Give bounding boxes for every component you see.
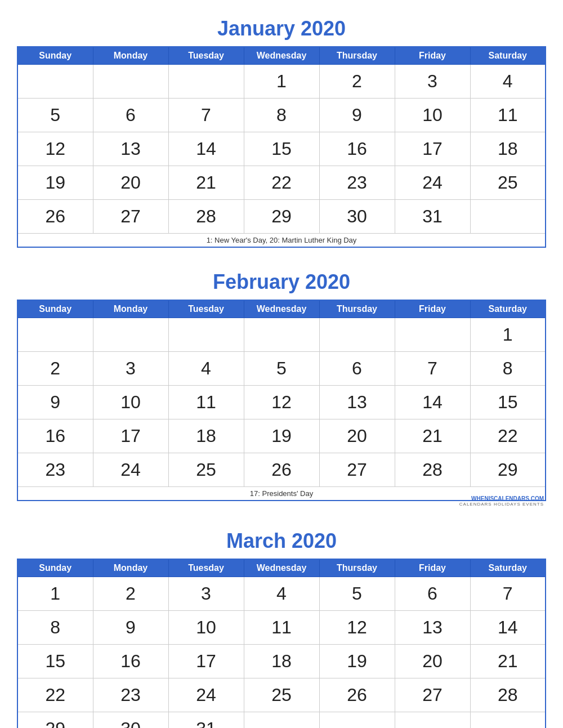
february-day-cell: 18 (168, 419, 244, 453)
february-day-cell (17, 318, 93, 352)
march-day-cell: 30 (93, 712, 168, 729)
january-header-saturday: Saturday (470, 47, 546, 65)
march-header-monday: Monday (93, 559, 168, 577)
february-day-cell: 22 (470, 419, 546, 453)
january-day-cell: 2 (319, 65, 395, 99)
march-day-cell: 22 (17, 678, 93, 712)
january-day-cell: 5 (17, 99, 93, 132)
january-day-cell: 15 (244, 132, 319, 166)
january-day-cell: 23 (319, 166, 395, 200)
february-day-cell: 14 (395, 386, 470, 419)
february-day-cell: 4 (168, 352, 244, 386)
february-day-cell: 11 (168, 386, 244, 419)
january-day-cell: 22 (244, 166, 319, 200)
march-day-cell: 17 (168, 645, 244, 678)
february-day-cell (395, 318, 470, 352)
february-header-monday: Monday (93, 300, 168, 318)
january-day-cell: 18 (470, 132, 546, 166)
january-day-cell: 26 (17, 200, 93, 234)
february-header-tuesday: Tuesday (168, 300, 244, 318)
january-day-cell: 30 (319, 200, 395, 234)
march-day-cell: 16 (93, 645, 168, 678)
march-day-cell: 14 (470, 611, 546, 645)
january-day-cell: 7 (168, 99, 244, 132)
february-day-cell: 16 (17, 419, 93, 453)
february-day-cell: 25 (168, 453, 244, 487)
january-day-cell: 20 (93, 166, 168, 200)
march-day-cell: 15 (17, 645, 93, 678)
january-day-cell: 25 (470, 166, 546, 200)
march-day-cell: 23 (93, 678, 168, 712)
january-day-cell: 28 (168, 200, 244, 234)
march-header-tuesday: Tuesday (168, 559, 244, 577)
february-day-cell: 3 (93, 352, 168, 386)
january-header-friday: Friday (395, 47, 470, 65)
february-header-wednesday: Wednesday (244, 300, 319, 318)
february-day-cell: 12 (244, 386, 319, 419)
january-header-wednesday: Wednesday (244, 47, 319, 65)
february-day-cell: 5 (244, 352, 319, 386)
february-title: February 2020 (17, 265, 546, 296)
march-header-sunday: Sunday (17, 559, 93, 577)
january-day-cell (168, 65, 244, 99)
january-header-tuesday: Tuesday (168, 47, 244, 65)
march-day-cell: 8 (17, 611, 93, 645)
february-day-cell: 19 (244, 419, 319, 453)
february-day-cell: 13 (319, 386, 395, 419)
march-day-cell: 6 (395, 577, 470, 611)
march-day-cell: 27 (395, 678, 470, 712)
february-day-cell: 1 (470, 318, 546, 352)
march-header-wednesday: Wednesday (244, 559, 319, 577)
february-day-cell: 24 (93, 453, 168, 487)
january-day-cell: 12 (17, 132, 93, 166)
march-day-cell: 26 (319, 678, 395, 712)
february-day-cell: 7 (395, 352, 470, 386)
march-day-cell: 10 (168, 611, 244, 645)
march-day-cell: 5 (319, 577, 395, 611)
january-day-cell (17, 65, 93, 99)
january-holiday: 1: New Year's Day, 20: Martin Luther Kin… (17, 234, 546, 248)
january-day-cell: 1 (244, 65, 319, 99)
march-day-cell (244, 712, 319, 729)
march-table: SundayMondayTuesdayWednesdayThursdayFrid… (17, 559, 546, 728)
calendar-february: February 2020SundayMondayTuesdayWednesda… (17, 265, 546, 507)
january-day-cell: 29 (244, 200, 319, 234)
march-day-cell: 3 (168, 577, 244, 611)
calendar-march: March 2020SundayMondayTuesdayWednesdayTh… (17, 524, 546, 728)
march-header-saturday: Saturday (470, 559, 546, 577)
january-day-cell: 9 (319, 99, 395, 132)
march-title: March 2020 (17, 524, 546, 555)
march-day-cell: 4 (244, 577, 319, 611)
january-day-cell: 10 (395, 99, 470, 132)
february-table: SundayMondayTuesdayWednesdayThursdayFrid… (17, 300, 546, 501)
january-day-cell: 4 (470, 65, 546, 99)
march-day-cell: 2 (93, 577, 168, 611)
march-day-cell: 28 (470, 678, 546, 712)
february-day-cell: 20 (319, 419, 395, 453)
january-day-cell: 31 (395, 200, 470, 234)
february-header-saturday: Saturday (470, 300, 546, 318)
march-day-cell: 31 (168, 712, 244, 729)
march-day-cell (395, 712, 470, 729)
march-day-cell: 20 (395, 645, 470, 678)
february-day-cell: 2 (17, 352, 93, 386)
february-day-cell: 28 (395, 453, 470, 487)
january-day-cell: 16 (319, 132, 395, 166)
january-header-monday: Monday (93, 47, 168, 65)
february-day-cell (168, 318, 244, 352)
january-day-cell: 24 (395, 166, 470, 200)
february-day-cell: 8 (470, 352, 546, 386)
february-day-cell (319, 318, 395, 352)
february-day-cell: 23 (17, 453, 93, 487)
february-day-cell: 9 (17, 386, 93, 419)
february-day-cell: 15 (470, 386, 546, 419)
january-day-cell: 14 (168, 132, 244, 166)
february-day-cell: 26 (244, 453, 319, 487)
march-day-cell: 29 (17, 712, 93, 729)
january-table: SundayMondayTuesdayWednesdayThursdayFrid… (17, 46, 546, 248)
january-header-sunday: Sunday (17, 47, 93, 65)
march-day-cell: 7 (470, 577, 546, 611)
february-header-sunday: Sunday (17, 300, 93, 318)
february-day-cell: 29 (470, 453, 546, 487)
march-day-cell: 11 (244, 611, 319, 645)
